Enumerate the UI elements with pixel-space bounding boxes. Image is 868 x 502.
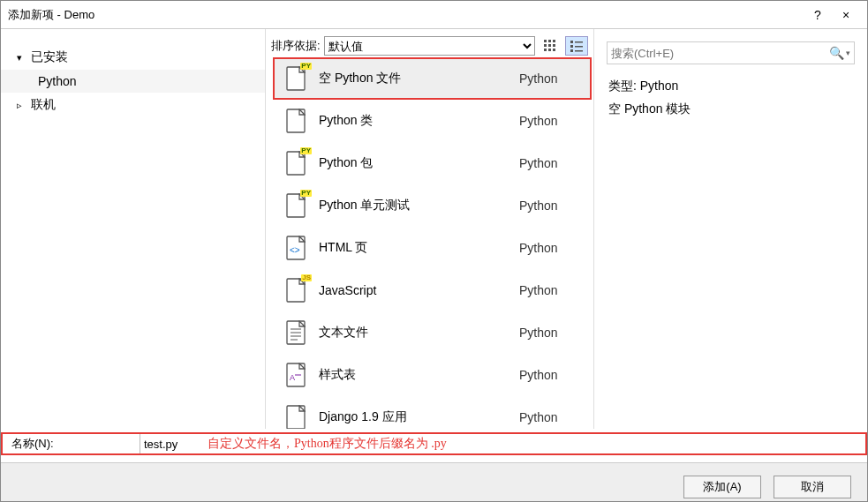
window-title: 添加新项 - Demo bbox=[8, 7, 804, 23]
svg-rect-1 bbox=[548, 40, 551, 42]
view-grid-button[interactable] bbox=[539, 36, 562, 56]
template-name: Python 单元测试 bbox=[319, 198, 509, 214]
search-input[interactable] bbox=[611, 47, 826, 60]
template-name: Python 包 bbox=[319, 155, 509, 171]
detail-type-line: 类型: Python bbox=[607, 75, 855, 98]
view-list-button[interactable] bbox=[565, 36, 588, 56]
svg-rect-0 bbox=[544, 40, 547, 42]
template-category: Python bbox=[519, 114, 581, 128]
filename-row: 名称(N): 自定义文件名，Python程序文件后缀名为 .py bbox=[1, 432, 867, 455]
cancel-button[interactable]: 取消 bbox=[774, 476, 851, 498]
template-category: Python bbox=[519, 199, 581, 213]
template-row[interactable]: <>HTML 页Python bbox=[273, 227, 592, 269]
close-button[interactable]: × bbox=[832, 8, 860, 22]
svg-rect-3 bbox=[544, 44, 547, 47]
filename-annotation: 自定义文件名，Python程序文件后缀名为 .py bbox=[208, 436, 447, 452]
category-sidebar: ▾ 已安装 Python ▹ 联机 bbox=[1, 29, 266, 429]
sort-select[interactable]: 默认值 bbox=[324, 36, 535, 56]
svg-rect-5 bbox=[553, 44, 555, 47]
add-button[interactable]: 添加(A) bbox=[683, 476, 761, 498]
sidebar-label-online: 联机 bbox=[31, 97, 56, 113]
template-category: Python bbox=[519, 241, 581, 255]
template-name: 文本文件 bbox=[319, 325, 509, 341]
template-row[interactable]: PYPython 包Python bbox=[273, 142, 592, 184]
python-badge-icon: PY bbox=[300, 190, 312, 197]
titlebar: 添加新项 - Demo ? × bbox=[1, 1, 867, 29]
template-category: Python bbox=[519, 156, 581, 170]
details-pane: 🔍 ▾ 类型: Python 空 Python 模块 bbox=[594, 29, 867, 429]
file-py-icon: PY bbox=[283, 64, 308, 93]
chevron-right-icon: ▹ bbox=[17, 100, 26, 111]
template-row[interactable]: JSJavaScriptPython bbox=[273, 269, 592, 311]
sidebar-node-installed[interactable]: ▾ 已安装 bbox=[1, 45, 265, 70]
detail-type-label: 类型: bbox=[608, 79, 637, 93]
filename-label: 名称(N): bbox=[11, 436, 140, 452]
file-py-icon: PY bbox=[283, 149, 308, 177]
file-py-icon: PY bbox=[283, 191, 308, 220]
svg-rect-6 bbox=[544, 49, 547, 51]
svg-rect-4 bbox=[548, 44, 551, 47]
javascript-badge-icon: JS bbox=[301, 274, 312, 281]
detail-description: 空 Python 模块 bbox=[607, 98, 855, 121]
svg-rect-12 bbox=[575, 46, 583, 48]
grid-icon bbox=[544, 40, 556, 52]
file-html-icon: <> bbox=[283, 234, 308, 262]
svg-text:A: A bbox=[290, 373, 295, 382]
help-button[interactable]: ? bbox=[804, 8, 832, 22]
template-name: JavaScript bbox=[319, 283, 509, 297]
template-pane: 排序依据: 默认值 PY空 Python 文件PythonPython 类Pyt… bbox=[266, 29, 594, 429]
dialog-button-row: 添加(A) 取消 bbox=[1, 462, 867, 502]
sort-bar: 排序依据: 默认值 bbox=[266, 29, 593, 57]
filename-field-wrap: 自定义文件名，Python程序文件后缀名为 .py bbox=[140, 434, 857, 453]
sidebar-label-installed: 已安装 bbox=[31, 49, 68, 65]
file-plain-icon bbox=[283, 403, 308, 429]
template-name: Django 1.9 应用 bbox=[319, 409, 509, 425]
svg-text:<>: <> bbox=[290, 245, 300, 255]
template-category: Python bbox=[519, 368, 581, 382]
svg-rect-11 bbox=[570, 45, 573, 48]
template-name: HTML 页 bbox=[319, 240, 509, 256]
template-category: Python bbox=[519, 283, 581, 297]
python-badge-icon: PY bbox=[300, 63, 312, 70]
svg-rect-13 bbox=[570, 49, 573, 52]
search-icon[interactable]: 🔍 bbox=[826, 46, 844, 60]
template-row[interactable]: 文本文件Python bbox=[273, 311, 592, 354]
template-category: Python bbox=[519, 326, 581, 340]
template-row[interactable]: Django 1.9 应用Python bbox=[273, 396, 592, 429]
svg-rect-9 bbox=[570, 41, 573, 43]
template-row[interactable]: PY空 Python 文件Python bbox=[273, 57, 592, 100]
filename-input[interactable] bbox=[144, 438, 197, 451]
search-box[interactable]: 🔍 ▾ bbox=[607, 41, 855, 64]
dialog-body: ▾ 已安装 Python ▹ 联机 排序依据: 默认值 PY空 Python 文… bbox=[1, 29, 867, 429]
sort-label: 排序依据: bbox=[271, 38, 321, 54]
template-list[interactable]: PY空 Python 文件PythonPython 类PythonPYPytho… bbox=[266, 57, 593, 429]
file-plain-icon bbox=[283, 107, 308, 135]
template-category: Python bbox=[519, 71, 581, 86]
file-js-icon: JS bbox=[283, 276, 308, 304]
template-category: Python bbox=[519, 410, 581, 424]
file-css-icon: A bbox=[283, 361, 308, 389]
file-text-icon bbox=[283, 318, 308, 347]
svg-rect-8 bbox=[553, 49, 555, 51]
template-row[interactable]: Python 类Python bbox=[273, 100, 592, 142]
chevron-down-icon: ▾ bbox=[17, 52, 26, 64]
template-row[interactable]: A样式表Python bbox=[273, 354, 592, 396]
list-icon bbox=[570, 40, 583, 52]
svg-rect-7 bbox=[548, 49, 551, 51]
template-name: 样式表 bbox=[319, 367, 509, 383]
python-badge-icon: PY bbox=[300, 147, 312, 154]
svg-rect-14 bbox=[575, 50, 583, 52]
sidebar-label-python: Python bbox=[38, 74, 77, 88]
detail-type-value: Python bbox=[640, 79, 679, 93]
svg-rect-2 bbox=[553, 40, 555, 42]
sidebar-node-python[interactable]: Python bbox=[1, 70, 265, 93]
template-name: 空 Python 文件 bbox=[319, 71, 509, 86]
svg-rect-10 bbox=[575, 41, 583, 43]
search-dropdown-icon[interactable]: ▾ bbox=[844, 49, 850, 57]
template-name: Python 类 bbox=[319, 113, 509, 129]
sidebar-node-online[interactable]: ▹ 联机 bbox=[1, 93, 265, 117]
template-row[interactable]: PYPython 单元测试Python bbox=[273, 184, 592, 227]
